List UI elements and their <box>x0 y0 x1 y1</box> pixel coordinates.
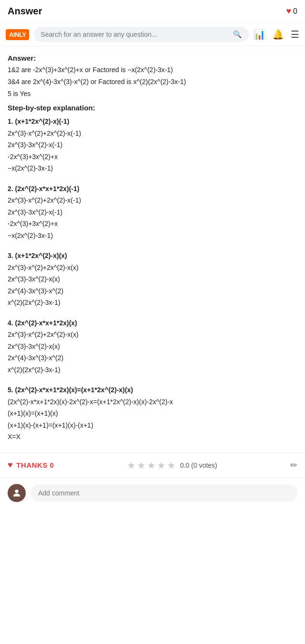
search-bar[interactable]: 🔍 <box>34 27 249 42</box>
edit-icon[interactable]: ✏ <box>290 460 297 471</box>
avatar <box>8 484 26 502</box>
math-line: -2x^(3)+3x^(2)+x <box>8 218 297 230</box>
math-line: (x+1)(x)=(x+1)(x) <box>8 408 297 419</box>
math-line: 2x^(3)-3x^(2)-x(x) <box>8 273 297 285</box>
math-line: −x(2x^(2)-3x-1) <box>8 230 297 242</box>
step-label: 4. (2x^(2)-x*x+1*2x)(x) <box>8 317 297 329</box>
navbar: AINLY 🔍 📊 🔔 ☰ <box>0 23 305 46</box>
search-input[interactable] <box>41 31 229 38</box>
math-line: x^(2)(2x^(2)-3x-1) <box>8 364 297 376</box>
step-label: 1. (x+1*2x^(2)-x)(-1) <box>8 116 297 128</box>
step-label: 2. (2x^(2)-x*x+1*2x)(-1) <box>8 183 297 195</box>
nav-icons: 📊 🔔 ☰ <box>253 29 299 40</box>
comment-area <box>0 478 305 512</box>
header-heart-count: 0 <box>293 7 297 16</box>
math-line: 2x^(4)-3x^(3)-x^(2) <box>8 285 297 297</box>
math-line: 2x^(3)-3x^(2)-x(x) <box>8 341 297 353</box>
math-line: 2x^(3)-x^(2)+2x^(2)-x(x) <box>8 262 297 274</box>
logo: AINLY <box>6 29 29 40</box>
answer-label: Answer: <box>8 54 297 62</box>
star-icon[interactable]: ★ <box>137 460 146 471</box>
math-line: 2x^(3)-x^(2)+2x^(2)-x(x) <box>8 329 297 341</box>
header: Answer ♥ 0 <box>0 0 305 23</box>
math-block: 4. (2x^(2)-x*x+1*2x)(x)2x^(3)-x^(2)+2x^(… <box>8 317 297 376</box>
svg-point-0 <box>15 489 18 493</box>
math-block: 2. (2x^(2)-x*x+1*2x)(-1)2x^(3)-x^(2)+2x^… <box>8 183 297 242</box>
rating-area: ★★★★★ 0.0 (0 votes) <box>127 460 217 471</box>
header-heart-icon: ♥ <box>286 6 291 16</box>
search-icon: 🔍 <box>233 30 242 39</box>
answer-line-2: 3&4 are 2x^(4)-3x^(3)-x^(2) or Factored … <box>8 77 297 87</box>
step-label: 5. (2x^(2)-x*x+1*2x)(x)=(x+1*2x^(2)-x)(x… <box>8 384 297 396</box>
math-line: x^(2)(2x^(2)-3x-1) <box>8 297 297 309</box>
math-block: 5. (2x^(2)-x*x+1*2x)(x)=(x+1*2x^(2)-x)(x… <box>8 384 297 443</box>
math-block: 3. (x+1*2x^(2)-x)(x)2x^(3)-x^(2)+2x^(2)-… <box>8 250 297 309</box>
math-line: 2x^(3)-3x^(2)-x(-1) <box>8 139 297 151</box>
math-line: 2x^(3)-x^(2)+2x^(2)-x(-1) <box>8 128 297 140</box>
step-label: 3. (x+1*2x^(2)-x)(x) <box>8 250 297 262</box>
math-line: 2x^(4)-3x^(3)-x^(2) <box>8 352 297 364</box>
answer-line-3: 5 is Yes <box>8 89 297 99</box>
math-line: (2x^(2)-x*x+1*2x)(x)-2x^(2)-x=(x+1*2x^(2… <box>8 396 297 408</box>
content: Answer: 1&2 are -2x^(3)+3x^(2)+x or Fact… <box>0 46 305 443</box>
footer-bar: ♥ THANKS 0 ★★★★★ 0.0 (0 votes) ✏ <box>0 452 305 478</box>
page-title: Answer <box>8 6 42 17</box>
star-icon[interactable]: ★ <box>147 460 156 471</box>
thanks-label: THANKS 0 <box>16 461 54 469</box>
math-block: 1. (x+1*2x^(2)-x)(-1)2x^(3)-x^(2)+2x^(2)… <box>8 116 297 174</box>
menu-icon[interactable]: ☰ <box>291 29 299 40</box>
thanks-heart-icon: ♥ <box>8 460 13 470</box>
stars[interactable]: ★★★★★ <box>127 460 176 471</box>
comment-input[interactable] <box>31 484 297 502</box>
step-heading: Step-by-step explanation: <box>8 104 297 112</box>
steps-container: 1. (x+1*2x^(2)-x)(-1)2x^(3)-x^(2)+2x^(2)… <box>8 116 297 443</box>
header-right: ♥ 0 <box>286 6 297 16</box>
math-line: −x(2x^(2)-3x-1) <box>8 162 297 174</box>
math-line: 2x^(3)-x^(2)+2x^(2)-x(-1) <box>8 194 297 206</box>
bell-icon[interactable]: 🔔 <box>272 29 284 40</box>
math-line: (x+1)(x)-(x+1)=(x+1)(x)-(x+1) <box>8 419 297 431</box>
star-icon[interactable]: ★ <box>127 460 136 471</box>
star-icon[interactable]: ★ <box>167 460 176 471</box>
answer-line-1: 1&2 are -2x^(3)+3x^(2)+x or Factored is … <box>8 65 297 75</box>
thanks-button[interactable]: ♥ THANKS 0 <box>8 460 54 470</box>
math-line: 2x^(3)-3x^(2)-x(-1) <box>8 206 297 218</box>
chart-icon[interactable]: 📊 <box>253 29 265 40</box>
math-line: -2x^(3)+3x^(2)+x <box>8 151 297 163</box>
math-line: X=X <box>8 431 297 443</box>
rating-score: 0.0 (0 votes) <box>180 462 217 469</box>
star-icon[interactable]: ★ <box>157 460 166 471</box>
